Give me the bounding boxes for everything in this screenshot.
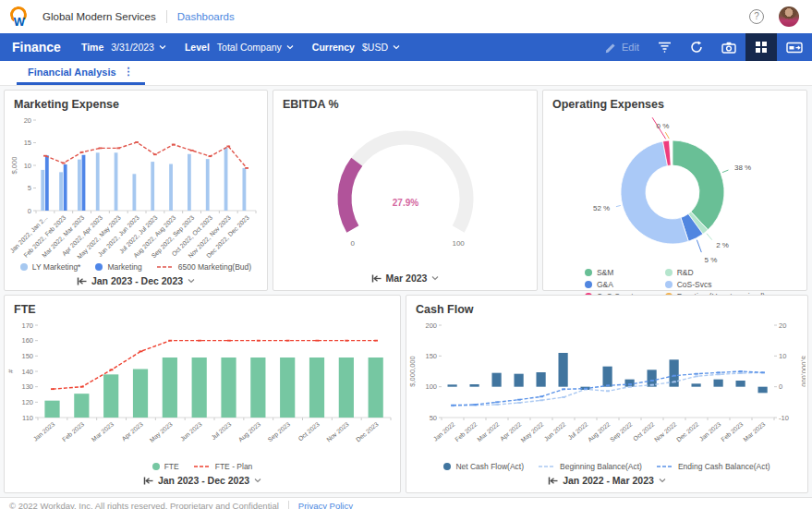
x-tick-label: Jul 2023 — [210, 420, 232, 441]
bar[interactable] — [714, 380, 723, 387]
grid-view-button[interactable] — [745, 33, 777, 61]
marketing-period-selector[interactable]: Jan 2023 - Dec 2023 — [77, 272, 195, 293]
currency-filter-label: Currency — [312, 42, 355, 53]
line-marker — [628, 383, 632, 385]
bar[interactable] — [115, 152, 118, 211]
y-tick-label: 150 — [425, 352, 437, 360]
legend-dot — [95, 263, 103, 271]
workday-logo[interactable]: W — [9, 6, 30, 27]
legend-item[interactable]: FTE - Plan — [194, 462, 253, 471]
bar[interactable] — [192, 358, 207, 418]
tab-kebab-menu-icon[interactable]: ⋮ — [124, 66, 134, 78]
gauge-value-arc[interactable] — [345, 162, 357, 229]
nav-dashboards-link[interactable]: Dashboards — [177, 11, 235, 22]
filter-button[interactable] — [648, 33, 681, 61]
bar[interactable] — [515, 374, 524, 387]
gauge-track[interactable] — [345, 138, 467, 229]
bar[interactable] — [44, 401, 59, 418]
legend-item[interactable]: Net Cash Flow(Act) — [443, 462, 524, 471]
legend-item[interactable]: Ending Cash Balance(Act) — [657, 462, 770, 471]
legend-line-swatch — [194, 464, 211, 469]
ebitda-gauge-chart: 27.9%0100 — [281, 113, 530, 257]
currency-filter-value[interactable]: $USD — [362, 42, 400, 53]
legend-item[interactable]: R&D — [665, 268, 765, 277]
fte-period-selector[interactable]: Jan 2023 - Dec 2023 — [143, 471, 261, 492]
bar[interactable] — [280, 358, 295, 418]
cash-flow-period-selector[interactable]: Jan 2022 - Mar 2023 — [548, 471, 666, 492]
line-marker — [717, 373, 721, 375]
bar[interactable] — [369, 358, 383, 418]
card-fte: FTE 110120130140150160170#Jan 2023Feb 20… — [4, 295, 401, 493]
bar[interactable] — [470, 384, 479, 387]
bar[interactable] — [78, 160, 81, 211]
donut-slice-0[interactable] — [673, 140, 724, 230]
edit-button[interactable]: Edit — [596, 33, 648, 61]
bar[interactable] — [74, 394, 89, 418]
bar[interactable] — [151, 162, 154, 211]
operating-expenses-donut-chart: 38 %2 %5 %52 %2 %0 % — [551, 113, 800, 266]
line-series[interactable] — [45, 142, 247, 168]
bar[interactable] — [132, 174, 136, 211]
ebitda-period-selector[interactable]: Mar 2023 — [371, 269, 440, 290]
legend-item[interactable]: 6500 Marketing(Bud) — [157, 262, 251, 272]
slice-percent-label: 52 % — [592, 204, 609, 212]
legend-item[interactable]: S&M — [585, 268, 634, 277]
bar[interactable] — [250, 358, 265, 418]
bar[interactable] — [188, 154, 191, 211]
privacy-policy-link[interactable]: Privacy Policy — [288, 501, 353, 509]
legend-item[interactable]: LY Marketing* — [20, 262, 81, 272]
bar[interactable] — [242, 168, 246, 211]
x-tick-label: Nov 2023 — [325, 420, 350, 442]
bar[interactable] — [82, 155, 86, 211]
bar[interactable] — [692, 383, 701, 386]
bar[interactable] — [736, 381, 745, 387]
tab-financial-analysis[interactable]: Financial Analysis ⋮ — [17, 62, 145, 85]
bar[interactable] — [339, 358, 354, 418]
bar[interactable] — [603, 367, 612, 387]
bar[interactable] — [758, 387, 768, 394]
y-tick-label: 120 — [21, 398, 33, 406]
legend-dot — [20, 263, 28, 271]
bar[interactable] — [59, 172, 63, 211]
bar[interactable] — [448, 384, 457, 386]
legend-dot — [585, 269, 592, 276]
legend-item[interactable]: G&A — [585, 280, 634, 289]
card-view-button[interactable] — [777, 33, 812, 61]
line-marker — [43, 155, 47, 157]
bar[interactable] — [224, 148, 228, 211]
label-leader — [615, 205, 620, 206]
bar[interactable] — [64, 164, 67, 211]
line-marker — [606, 384, 610, 386]
bar[interactable] — [41, 170, 44, 211]
bar[interactable] — [103, 374, 118, 418]
bar[interactable] — [206, 159, 210, 211]
bar[interactable] — [163, 358, 177, 418]
refresh-button[interactable] — [681, 33, 712, 61]
legend-item[interactable]: CoS-Svcs — [665, 280, 765, 289]
card-marketing-expense: Marketing Expense 05101520$,000Jan 2022,… — [4, 90, 268, 291]
bar[interactable] — [537, 372, 546, 387]
help-icon[interactable]: ? — [749, 9, 764, 24]
line-series[interactable] — [53, 341, 376, 390]
bar[interactable] — [133, 370, 148, 418]
bar[interactable] — [492, 373, 502, 387]
time-filter-value[interactable]: 3/31/2023 — [111, 42, 166, 53]
app-footer: © 2022 Workday, Inc. All rights reserved… — [0, 497, 812, 509]
bar[interactable] — [221, 358, 236, 418]
legend-item[interactable]: FTE — [152, 462, 179, 471]
legend-dot — [665, 269, 673, 276]
avatar[interactable] — [779, 6, 799, 27]
bar[interactable] — [96, 152, 100, 211]
legend-item[interactable]: Marketing — [95, 262, 141, 272]
bar[interactable] — [625, 380, 635, 387]
snapshot-button[interactable] — [712, 33, 745, 61]
bar[interactable] — [169, 164, 173, 211]
chart-1-plot: 27.9%0100 — [281, 113, 530, 253]
bar[interactable] — [45, 155, 49, 211]
level-filter-value[interactable]: Total Company — [217, 42, 294, 53]
bar[interactable] — [559, 353, 568, 387]
slice-percent-label: 2 % — [716, 241, 729, 249]
bar[interactable] — [309, 358, 324, 418]
bar[interactable] — [670, 359, 679, 386]
legend-item[interactable]: Beginning Balance(Act) — [539, 462, 642, 471]
